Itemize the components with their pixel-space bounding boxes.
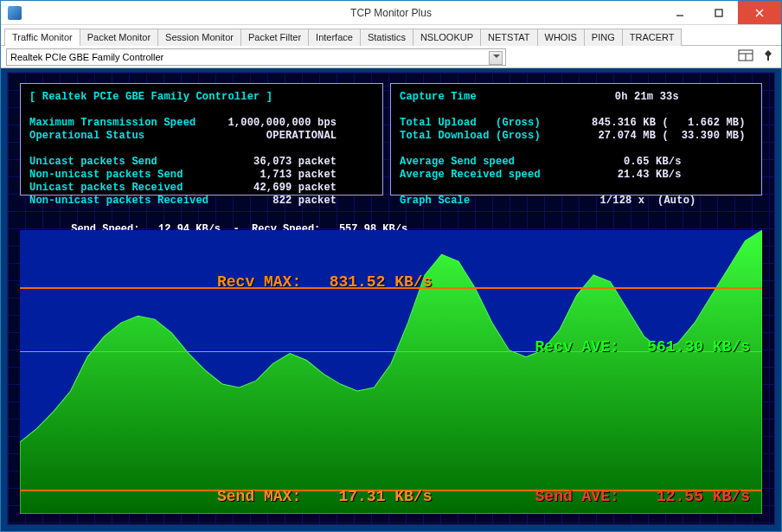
pin-button[interactable] bbox=[760, 48, 776, 65]
recv-max-overlay: Recv MAX: 831.52 KB/s bbox=[217, 273, 432, 291]
window-title: TCP Monitor Plus bbox=[350, 7, 432, 19]
send-ave-overlay: Send AVE: 12.55 KB/s bbox=[535, 488, 750, 505]
layout-toggle-button[interactable] bbox=[738, 48, 753, 65]
tab-bar: Traffic MonitorPacket MonitorSession Mon… bbox=[1, 25, 781, 46]
packet-row: Non-unicast packets Received 822 packet bbox=[29, 195, 374, 208]
packet-row: Unicast packets Received 42,699 packet bbox=[29, 182, 374, 195]
graph-scale-label: Graph Scale bbox=[400, 195, 470, 207]
controller-panel-title: [ Realtek PCIe GBE Family Controller ] bbox=[29, 91, 374, 104]
packet-row: Unicast packets Send 36,073 packet bbox=[29, 156, 374, 169]
maximize-icon bbox=[715, 9, 723, 17]
tab-ping[interactable]: PING bbox=[584, 29, 623, 46]
tab-whois[interactable]: WHOIS bbox=[537, 29, 585, 46]
close-button[interactable] bbox=[738, 1, 781, 24]
adapter-selected-value: Realtek PCIe GBE Family Controller bbox=[10, 52, 163, 62]
minimize-button[interactable] bbox=[660, 1, 699, 24]
tab-packet-filter[interactable]: Packet Filter bbox=[240, 29, 309, 46]
tab-session-monitor[interactable]: Session Monitor bbox=[157, 29, 241, 46]
tab-netstat[interactable]: NETSTAT bbox=[480, 29, 537, 46]
svg-rect-1 bbox=[715, 10, 722, 16]
titlebar: TCP Monitor Plus bbox=[1, 1, 781, 25]
chevron-down-icon bbox=[493, 54, 500, 58]
average-row: Average Send speed 0.65 KB/s bbox=[400, 156, 753, 169]
tab-tracert[interactable]: TRACERT bbox=[622, 29, 683, 46]
toolbar: Realtek PCIe GBE Family Controller bbox=[1, 46, 781, 68]
graph-region: Send Speed: 12.94 KB/s - Recv Speed: 557… bbox=[20, 208, 762, 514]
packet-row: Non-unicast packets Send 1,713 packet bbox=[29, 169, 374, 182]
tab-traffic-monitor[interactable]: Traffic Monitor bbox=[4, 29, 80, 46]
send-max-overlay: Send MAX: 17.31 KB/s bbox=[217, 488, 432, 505]
traffic-graph: Recv MAX: 831.52 KB/s Recv AVE: 561.30 K… bbox=[20, 230, 762, 514]
stat-row: Operational Status OPERATIONAL bbox=[29, 130, 374, 143]
controller-panel: [ Realtek PCIe GBE Family Controller ] M… bbox=[20, 83, 383, 195]
total-row: Total Download (Gross) 27.074 MB ( 33.39… bbox=[400, 130, 753, 143]
stat-row: Maximum Transmission Speed 1,000,000,000… bbox=[29, 117, 374, 130]
adapter-dropdown[interactable]: Realtek PCIe GBE Family Controller bbox=[6, 48, 506, 66]
close-icon bbox=[754, 8, 765, 18]
pin-icon bbox=[760, 48, 776, 62]
recv-ave-overlay: Recv AVE: 561.30 KB/s bbox=[535, 338, 750, 356]
tab-packet-monitor[interactable]: Packet Monitor bbox=[80, 29, 158, 46]
layout-icon bbox=[738, 48, 753, 62]
window-controls bbox=[660, 1, 781, 24]
stats-panel: Capture Time0h 21m 33s Total Upload (Gro… bbox=[390, 83, 762, 195]
capture-time-value: 0h 21m 33s bbox=[615, 91, 679, 103]
monitor-area: [ Realtek PCIe GBE Family Controller ] M… bbox=[7, 72, 775, 525]
app-icon bbox=[8, 6, 22, 20]
graph-scale-value: 1/128 x (Auto) bbox=[599, 195, 695, 207]
tab-interface[interactable]: Interface bbox=[308, 29, 361, 46]
total-row: Total Upload (Gross) 845.316 KB ( 1.662 … bbox=[400, 117, 753, 130]
tab-nslookup[interactable]: NSLOOKUP bbox=[413, 29, 481, 46]
tab-statistics[interactable]: Statistics bbox=[360, 29, 413, 46]
maximize-button[interactable] bbox=[699, 1, 738, 24]
capture-time-label: Capture Time bbox=[400, 91, 477, 103]
minimize-icon bbox=[676, 9, 684, 17]
average-row: Average Received speed 21.43 KB/s bbox=[400, 169, 753, 182]
